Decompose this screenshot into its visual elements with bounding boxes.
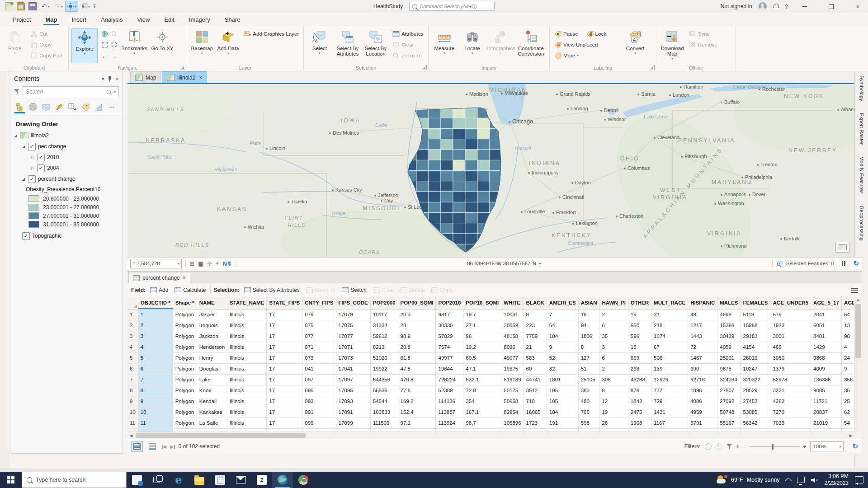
redo-button[interactable]: ↷▾ (52, 1, 64, 11)
column-header-ameri-es[interactable]: AMERI_ES (547, 297, 578, 309)
table-cell[interactable]: 44741 (524, 374, 547, 385)
table-cell[interactable]: 1443 (688, 331, 717, 342)
column-header-pop00-sqmi[interactable]: POP00_SQMI (398, 297, 436, 309)
table-cell[interactable]: 52978 (770, 374, 811, 385)
more-contents-options-button[interactable]: ⋯ (106, 101, 118, 113)
table-row[interactable]: 22PolygonIroquoisIllinois170751707531334… (127, 320, 854, 331)
table-cell[interactable]: 54544 (370, 396, 398, 407)
layer-node-topographic[interactable]: ✓ Topographic (10, 230, 123, 241)
table-cell[interactable]: 1379 (770, 363, 811, 374)
table-cell[interactable]: 50748 (717, 407, 741, 418)
table-row[interactable]: 88PolygonKnoxIllinois17095170955583677.6… (127, 385, 854, 396)
table-cell[interactable]: Illinois (227, 385, 267, 396)
scrollbar-thumb[interactable] (136, 433, 306, 438)
table-cell[interactable]: 184 (547, 407, 578, 418)
county-polygon[interactable] (404, 160, 416, 170)
column-header-hispanic[interactable]: HISPANIC (688, 297, 717, 309)
table-cell[interactable]: 17 (267, 363, 302, 374)
table-cell[interactable]: 17 (267, 331, 302, 342)
table-cell[interactable]: 17 (267, 385, 302, 396)
table-cell[interactable]: 47.1 (463, 363, 501, 374)
copy-button[interactable]: Copy (28, 40, 66, 50)
table-cell[interactable]: 4154 (741, 342, 770, 352)
collapsed-node-icon[interactable]: ▷ (31, 155, 35, 160)
labeling-dialog-launcher[interactable] (650, 65, 655, 70)
layer-node-illinoia2[interactable]: illinoia2 (10, 130, 123, 141)
table-cell[interactable]: 17095 (336, 385, 370, 396)
table-cell[interactable]: 356 (841, 374, 854, 385)
table-cell[interactable]: 17091 (336, 407, 370, 418)
full-extent-button[interactable] (99, 29, 119, 39)
table-cell[interactable]: Jackson (197, 331, 227, 342)
column-header-males[interactable]: MALES (717, 297, 741, 309)
table-cell[interactable]: 82954 (501, 407, 524, 418)
table-cell[interactable]: 21 (524, 342, 547, 352)
scroll-left-icon[interactable]: ◀ (127, 433, 135, 438)
county-polygon[interactable] (465, 139, 477, 150)
command-search-input[interactable]: Command Search (Alt+Q) (409, 2, 495, 11)
county-polygon[interactable] (465, 244, 477, 254)
county-polygon[interactable] (441, 223, 453, 234)
refresh-map-icon[interactable]: ↻ (853, 259, 859, 267)
table-cell[interactable]: 3221 (770, 385, 811, 396)
zoom-to-selection-button[interactable]: Zoom To (391, 51, 425, 61)
county-polygon[interactable] (477, 118, 490, 128)
table-cell[interactable]: Kendall (197, 396, 227, 407)
table-cell[interactable]: 099 (302, 418, 336, 428)
table-cell[interactable]: 4086 (688, 396, 717, 407)
select-all-corner[interactable] (127, 297, 138, 309)
account-avatar[interactable] (759, 2, 767, 10)
table-cell[interactable]: 60.5 (463, 352, 501, 363)
table-row[interactable]: 55PolygonHenryIllinois17073170735102061.… (127, 352, 854, 363)
county-polygon[interactable] (465, 171, 477, 181)
table-cell[interactable]: 26 (599, 418, 628, 428)
go-to-xy-button[interactable]: Go To XY (149, 28, 175, 63)
table-cell[interactable]: 8481 (811, 331, 842, 342)
table-cell[interactable]: 324034 (717, 374, 741, 385)
table-cell[interactable]: 1074 (651, 331, 688, 342)
table-cell[interactable]: 19 (578, 309, 599, 320)
table-cell[interactable]: 077 (302, 331, 336, 342)
map-view[interactable]: MICHIGANIOWANEBRASKAKANSASMISSOURIINDIAN… (127, 84, 854, 257)
table-cell[interactable]: 26019 (741, 352, 770, 363)
table-cell[interactable]: 091 (302, 407, 336, 418)
network-icon[interactable] (797, 477, 805, 483)
table-cell[interactable]: Polygon (173, 418, 197, 428)
column-header-cnty-fips[interactable]: CNTY_FIPS (302, 297, 336, 309)
add-graphics-layer-button[interactable]: Add Graphics Layer (242, 29, 301, 39)
county-polygon[interactable] (441, 181, 453, 192)
table-cell[interactable]: 071 (302, 342, 336, 352)
county-polygon[interactable] (465, 118, 477, 128)
taskbar-weather-widget[interactable]: 69°F Mostly sunny (717, 475, 780, 485)
county-polygon[interactable] (477, 160, 490, 170)
county-polygon[interactable] (404, 171, 416, 181)
table-cell[interactable]: 1896 (688, 385, 717, 396)
table-cell[interactable]: 17 (267, 396, 302, 407)
table-cell[interactable]: 54 (841, 418, 854, 428)
table-cell[interactable]: 3 (599, 342, 628, 352)
table-cell[interactable]: 29183 (741, 331, 770, 342)
open-project-button[interactable] (15, 1, 26, 11)
save-project-button[interactable] (27, 1, 38, 11)
table-cell[interactable]: 67 (651, 342, 688, 352)
county-polygon[interactable] (441, 118, 453, 128)
table-cell[interactable]: Polygon (173, 331, 197, 342)
row-number-cell[interactable]: 3 (127, 331, 138, 342)
county-polygon[interactable] (477, 202, 490, 212)
table-cell[interactable]: 15968 (741, 320, 770, 331)
layer-checkbox-checked[interactable]: ✓ (28, 175, 36, 183)
table-cell[interactable]: 16065 (524, 407, 547, 418)
table-cell[interactable]: 718 (524, 396, 547, 407)
table-cell[interactable]: 98.9 (398, 331, 436, 342)
column-header-hawn-pi[interactable]: HAWN_PI (599, 297, 628, 309)
table-cell[interactable]: 103833 (370, 407, 398, 418)
county-polygon[interactable] (453, 150, 465, 160)
table-cell[interactable]: 12929 (651, 374, 688, 385)
table-cell[interactable]: 55167 (717, 418, 741, 428)
table-cell[interactable]: 4362 (770, 396, 811, 407)
table-cell[interactable]: 50658 (501, 396, 524, 407)
table-cell[interactable]: 61.8 (398, 352, 436, 363)
table-cell[interactable]: 54 (547, 320, 578, 331)
county-polygon[interactable] (416, 171, 429, 181)
table-cell[interactable]: 041 (302, 363, 336, 374)
